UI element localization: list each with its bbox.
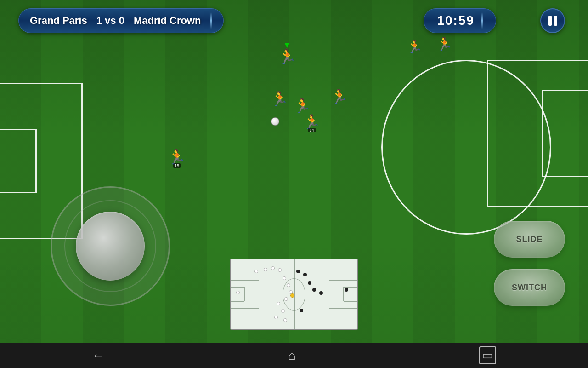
player-away-right1: 🏃 [407, 40, 423, 53]
game-screen: ▼ 🏃 🏃 🏃 🏃 🏃 14 🏃 15 🏃 🏃 Grand Paris 1 vs… [0, 0, 588, 343]
switch-button[interactable]: SWITCH [494, 269, 565, 306]
back-button[interactable]: ← [92, 348, 105, 363]
soccer-ball [271, 117, 279, 126]
nav-bar: ← ⌂ ▭ [0, 343, 588, 368]
minimap-field [231, 259, 357, 329]
scoreboard: Grand Paris 1 vs 0 Madrid Crown [18, 8, 224, 33]
score-display: 1 vs 0 [93, 15, 128, 27]
pause-bar-right [554, 16, 557, 26]
left-goal-box [0, 129, 37, 193]
slide-button[interactable]: SLIDE [494, 221, 565, 258]
player-away-mid2: 🏃 [294, 99, 311, 113]
score-divider [210, 12, 212, 29]
joystick-container[interactable] [51, 186, 170, 306]
team-home-name: Grand Paris [30, 15, 87, 27]
player-14: 🏃 14 [303, 115, 320, 132]
home-button[interactable]: ⌂ [288, 348, 296, 363]
player-home-mid-right: 🏃 [331, 90, 348, 104]
timer-box: 10:59 [424, 8, 496, 33]
player-away-mid1: 🏃 [271, 92, 288, 106]
minimap [230, 259, 358, 330]
pause-icon [548, 16, 557, 26]
action-buttons: SLIDE SWITCH [494, 221, 565, 306]
joystick-thumb[interactable] [76, 212, 145, 281]
player-15: 🏃 15 [168, 150, 186, 168]
right-center-circle [381, 60, 551, 235]
pause-button[interactable] [540, 8, 565, 33]
timer-text: 10:59 [437, 13, 475, 28]
player-home-top: ▼ 🏃 [278, 40, 296, 64]
team-away-name: Madrid Crown [134, 15, 201, 27]
timer-divider [481, 12, 483, 29]
pause-bar-left [548, 16, 552, 26]
recents-button[interactable]: ▭ [479, 346, 496, 364]
player-away-right2: 🏃 [436, 38, 452, 51]
